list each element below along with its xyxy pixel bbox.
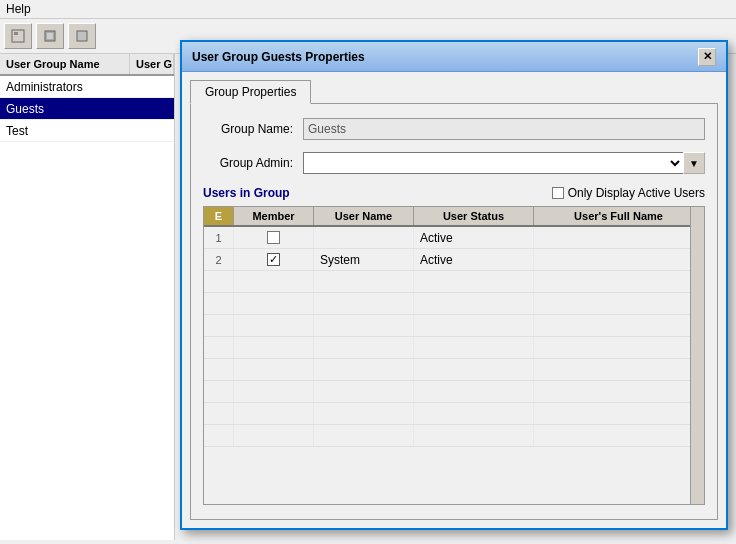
svg-rect-0 [12,30,24,42]
list-item-administrators[interactable]: Administrators [0,76,174,98]
td-member-2: ✓ [234,249,314,270]
td-username-2: System [314,249,414,270]
th-e: E [204,207,234,225]
table-row-1[interactable]: 1 Active [204,227,704,249]
dialog: User Group Guests Properties ✕ Group Pro… [180,40,728,530]
toolbar-icon-2 [43,29,57,43]
table-header: E Member User Name User Status User's Fu… [204,207,704,227]
main-content: User Group Name User G Administrators Gu… [0,54,736,540]
svg-rect-1 [14,32,18,35]
table-row-empty-6 [204,381,704,403]
tab-bar: Group Properties [190,80,718,104]
svg-rect-4 [77,31,87,41]
tab-content-group-properties: Group Name: Group Admin: ▼ [190,103,718,520]
group-col2-test [130,129,142,133]
table-row-empty-7 [204,403,704,425]
menu-bar: Help [0,0,736,19]
group-admin-label: Group Admin: [203,156,303,170]
form-row-group-name: Group Name: [203,118,705,140]
table-row-2[interactable]: 2 ✓ System Active [204,249,704,271]
svg-rect-3 [47,33,53,39]
td-fullname-2 [534,249,704,270]
th-username: User Name [314,207,414,225]
table-row-empty-3 [204,315,704,337]
app-background: Help User Group Name User G [0,0,736,544]
th-member: Member [234,207,314,225]
toolbar-btn-3[interactable] [68,23,96,49]
member-checkbox-1[interactable] [267,231,280,244]
toolbar-btn-1[interactable] [4,23,32,49]
form-row-group-admin: Group Admin: ▼ [203,152,705,174]
group-admin-select[interactable] [303,152,684,174]
dialog-titlebar: User Group Guests Properties ✕ [182,42,726,72]
td-username-1 [314,227,414,248]
member-checkbox-2[interactable]: ✓ [267,253,280,266]
dialog-title: User Group Guests Properties [192,50,365,64]
table-scrollbar[interactable] [690,207,704,504]
table-row-empty-4 [204,337,704,359]
select-arrow-icon[interactable]: ▼ [683,152,705,174]
group-admin-select-container: ▼ [303,152,705,174]
dialog-close-button[interactable]: ✕ [698,48,716,66]
col-header-name: User Group Name [0,54,130,74]
only-active-checkbox-row: Only Display Active Users [552,186,705,200]
menu-help[interactable]: Help [6,2,31,16]
only-active-checkbox[interactable] [552,187,564,199]
col-header-group: User G [130,54,174,74]
group-name-input[interactable] [303,118,705,140]
list-item-guests[interactable]: Guests [0,98,174,120]
section-title-users: Users in Group [203,186,290,200]
group-col2-guests [130,107,142,111]
toolbar-icon-1 [11,29,25,43]
table-row-empty-2 [204,293,704,315]
group-col2-administrators [130,85,142,89]
td-num-1: 1 [204,227,234,248]
toolbar-icon-3 [75,29,89,43]
group-name-administrators: Administrators [0,78,130,96]
list-item-test[interactable]: Test [0,120,174,142]
table-row-empty-1 [204,271,704,293]
th-status: User Status [414,207,534,225]
table-row-empty-5 [204,359,704,381]
td-status-2: Active [414,249,534,270]
users-table: E Member User Name User Status User's Fu… [203,206,705,505]
group-name-test: Test [0,122,130,140]
list-header: User Group Name User G [0,54,174,76]
only-active-label: Only Display Active Users [568,186,705,200]
dialog-body: Group Properties Group Name: Group Admin… [182,72,726,528]
td-num-2: 2 [204,249,234,270]
td-status-1: Active [414,227,534,248]
td-member-1 [234,227,314,248]
toolbar-btn-2[interactable] [36,23,64,49]
left-panel: User Group Name User G Administrators Gu… [0,54,175,540]
td-fullname-1 [534,227,704,248]
table-row-empty-8 [204,425,704,447]
group-name-guests: Guests [0,100,130,118]
tab-group-properties[interactable]: Group Properties [190,80,311,104]
group-name-label: Group Name: [203,122,303,136]
section-header-users: Users in Group Only Display Active Users [203,186,705,200]
th-fullname: User's Full Name [534,207,704,225]
